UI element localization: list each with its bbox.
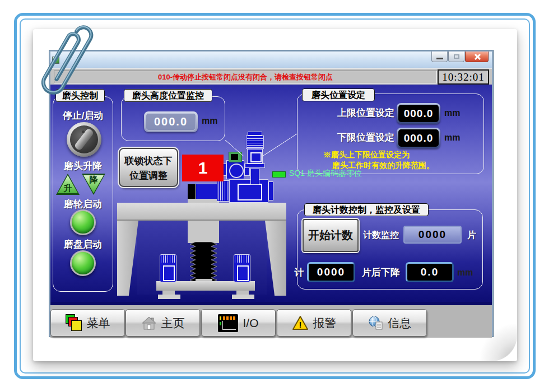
- nav-label-home: 主页: [161, 315, 185, 331]
- upper-limit-label: 上限位置设定: [314, 106, 394, 119]
- panel-position-setting-title: 磨头位置设定: [302, 88, 375, 101]
- info-globe-icon: [368, 316, 383, 330]
- machine-encoder-sensor: [229, 152, 242, 162]
- upper-limit-input[interactable]: 000.0: [397, 103, 440, 124]
- descend-unit: mm: [457, 268, 473, 278]
- height-monitor-value: 000.0: [146, 113, 196, 130]
- preset-count-label: 计: [292, 266, 306, 279]
- hmi-content: 磨头控制 停止/启动 磨头升降 升 降 磨轮启动 磨盘启动: [50, 85, 492, 302]
- after-descend-label: 片后下降: [357, 266, 404, 279]
- nav-button-info[interactable]: 信息: [352, 309, 427, 337]
- machine-table-top: [117, 203, 286, 221]
- setting-note-line1: ※磨头上下限位置设定为: [323, 150, 410, 160]
- screenshot-canvas: 010-传动停止按钮常闭点没有闭合，请检查按钮常闭点 10:32:01: [0, 0, 544, 392]
- preset-count-input[interactable]: 0000: [307, 262, 355, 282]
- head-up-button[interactable]: 升: [56, 174, 80, 195]
- upper-limit-value: 000.0: [398, 105, 439, 122]
- hmi-app-window: 010-传动停止按钮常闭点没有闭合，请检查按钮常闭点 10:32:01: [49, 50, 493, 337]
- disc-start-label: 磨盘启动: [53, 238, 113, 251]
- head-lift-label: 磨头升降: [53, 160, 113, 172]
- lower-limit-unit: mm: [444, 133, 460, 143]
- clock-display: 10:32:01: [438, 69, 489, 85]
- io-led-green: [220, 322, 221, 325]
- wheel-start-label: 磨轮启动: [53, 198, 113, 211]
- head-down-button[interactable]: 降: [82, 174, 105, 195]
- home-icon: [141, 316, 157, 330]
- machine-vertical-motor-cap: [248, 132, 262, 136]
- machine-motor-left: [160, 254, 176, 282]
- machine-foot: [162, 291, 175, 295]
- status-number-indicator: 1: [182, 155, 224, 181]
- machine-left-leg: [117, 221, 138, 296]
- machine-horizontal-motor-ribs: [217, 180, 229, 202]
- lower-limit-label: 下限位置设定: [314, 131, 394, 144]
- io-led: [230, 316, 232, 320]
- panel-height-monitor-title: 磨头高度位置监控: [124, 89, 212, 102]
- machine-foot-pad: [232, 295, 254, 299]
- menu-page-yellow: [71, 320, 82, 331]
- svg-text:!: !: [299, 320, 301, 329]
- panel-counting-title: 磨头计数控制，监控及设置: [304, 203, 429, 216]
- paperclip-icon: [29, 15, 108, 121]
- minimize-button[interactable]: [431, 52, 448, 62]
- machine-vertical-motor-flange: [245, 164, 265, 168]
- alarm-message: 010-传动停止按钮常闭点没有闭合，请检查按钮常闭点: [54, 71, 437, 83]
- machine-foot-pad: [158, 295, 180, 299]
- io-led: [223, 316, 225, 320]
- machine-coupling-block: [188, 184, 196, 199]
- nav-label-io: I/O: [243, 316, 258, 330]
- count-monitor-display: 0000: [403, 226, 462, 244]
- window-titlebar: [50, 52, 492, 68]
- stop-start-knob-face: [70, 125, 98, 153]
- nav-button-io[interactable]: I/O: [201, 309, 276, 337]
- machine-vertical-motor-shaft: [250, 168, 259, 185]
- count-monitor-unit: 片: [465, 230, 478, 241]
- nav-bar: 菜单 主页: [50, 302, 492, 338]
- encoder-zero-led: [272, 171, 286, 178]
- nav-label-menu: 菜单: [87, 315, 110, 331]
- machine-vertical-motor-ribs: [246, 136, 264, 149]
- machine-horizontal-motor: [229, 179, 268, 203]
- machine-right-leg: [265, 221, 286, 296]
- encoder-zero-label: SQ1 磨头编码器零位: [289, 169, 362, 179]
- start-count-button[interactable]: 开始计数: [303, 219, 359, 252]
- lower-limit-input[interactable]: 000.0: [397, 128, 440, 148]
- caption-buttons: [431, 52, 489, 62]
- io-led: [233, 316, 235, 320]
- menu-pages-icon: [66, 314, 82, 332]
- machine-gearbox: [226, 160, 244, 179]
- machine-motor-right: [234, 254, 250, 282]
- machine-bellows: [189, 242, 217, 282]
- nav-button-alarm[interactable]: ! 报警: [277, 309, 351, 337]
- minimize-icon: [436, 58, 443, 59]
- interlock-adjust-line2: 位置调整: [120, 169, 177, 183]
- wheel-start-button[interactable]: [70, 209, 96, 235]
- maximize-button[interactable]: [448, 52, 464, 62]
- close-button[interactable]: [465, 52, 489, 62]
- disc-start-button[interactable]: [70, 250, 96, 276]
- io-module-icon: [218, 314, 238, 332]
- maximize-icon: [454, 54, 459, 59]
- nav-button-home[interactable]: 主页: [125, 309, 200, 337]
- io-led: [226, 316, 229, 320]
- head-up-button-label: 升: [56, 183, 80, 194]
- descend-amount-input[interactable]: 0.0: [406, 262, 454, 282]
- machine-horizontal-motor-cap: [268, 181, 273, 200]
- machine-base-bar: [156, 281, 255, 291]
- nav-label-alarm: 报警: [313, 315, 337, 331]
- machine-vertical-motor: [247, 149, 263, 164]
- lower-limit-value: 000.0: [398, 129, 439, 147]
- nav-button-menu[interactable]: 菜单: [50, 309, 125, 337]
- machine-foot: [236, 291, 249, 295]
- height-monitor-unit: mm: [202, 116, 217, 126]
- interlock-adjust-line1: 联锁状态下: [120, 154, 177, 169]
- count-monitor-label: 计数监控: [360, 230, 402, 241]
- stop-start-knob[interactable]: [67, 122, 101, 157]
- alarm-warning-icon: !: [292, 315, 309, 331]
- alarm-strip: 010-传动停止按钮常闭点没有闭合，请检查按钮常闭点 10:32:01: [50, 68, 492, 85]
- upper-limit-unit: mm: [444, 108, 460, 118]
- io-led-yellow: [220, 316, 221, 320]
- nav-label-info: 信息: [388, 315, 411, 331]
- knob-dot-icon: [82, 130, 85, 133]
- interlock-adjust-button[interactable]: 联锁状态下 位置调整: [119, 148, 178, 187]
